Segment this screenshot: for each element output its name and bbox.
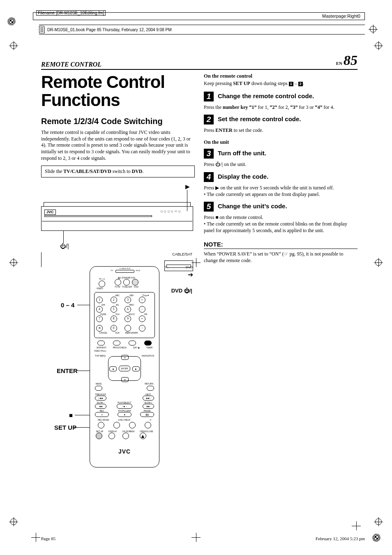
step-number: 4 (204, 172, 214, 182)
power-icon: ⏻/| (60, 243, 69, 249)
printer-mark-star (372, 534, 380, 542)
switch-mini: CABLE/SAT TVDVD (115, 269, 134, 274)
printer-mark-crosshair (374, 258, 383, 267)
step-4-body: Press ▶ on the unit for over 5 seconds w… (204, 184, 357, 198)
callout-line (63, 231, 64, 243)
remote-body: CABLE/SAT TVDVD TV ◁× ⏻/| STANDBY/ON TV … (90, 266, 159, 467)
callout-enter: ENTER (57, 367, 78, 374)
step-number: 1 (204, 92, 214, 101)
play-icon: ▶ (185, 183, 190, 190)
instruction-box: Slide the TV/CABLE/SAT/DVD switch to DVD… (41, 166, 195, 177)
switch-enlarged: TV DVD (164, 260, 193, 271)
arrow-icon: ➔ (188, 271, 193, 279)
step-2-body: Press ENTER to set the code. (204, 127, 357, 134)
lang-label: EN (336, 61, 342, 66)
page-title: Remote Control Functions (41, 73, 195, 109)
masterpage-label: Masterpage:Right0 (322, 14, 360, 19)
footer-date: February 12, 2004 5:23 pm (316, 536, 365, 541)
callout-dvd-power: DVD ⏻/| (171, 288, 192, 294)
callout-cablesat: CABLE/SAT (172, 252, 192, 256)
nav-pad: ▲ ▼ ◀ ▶ ENTER (108, 356, 141, 381)
callout-number-range: 0 – 4 (61, 302, 74, 309)
right-column: On the remote control Keep pressing SET … (204, 73, 357, 474)
step-title: Set the remote control code. (218, 115, 301, 122)
step-number: 3 (204, 149, 214, 159)
step-4: 4 Display the code. (204, 172, 357, 182)
page-number: 85 (344, 53, 357, 68)
page-icon (39, 26, 45, 33)
filename-label: Filename [DR-M10SE_10Editing.fm] (36, 10, 106, 16)
step-number: 5 (204, 202, 214, 212)
section-title: REMOTE CONTROL (41, 61, 101, 68)
step-title: Turn off the unit. (218, 149, 266, 157)
unit-indicators: ◻ ◻ ◻ ◻ ▭ ◻ (161, 210, 181, 212)
note-body: When “POWER SAVE” is set to “ON” (☞ pg. … (204, 251, 357, 264)
intro-paragraph: The remote control is capable of control… (41, 129, 195, 161)
unit-diagram: ▶ JVC ◻ ◻ ◻ ◻ ▭ ◻ ⏻/| (41, 183, 193, 249)
on-unit-heading: On the unit (204, 139, 357, 145)
printer-mark-star (7, 17, 16, 25)
callout-setup: SET UP (54, 424, 76, 431)
step-1-body: Press the number key “1” for 1, “2” for … (204, 104, 357, 111)
step-5-body: Press ■ on the remote control. The code … (204, 214, 357, 234)
printer-mark-crosshair (9, 41, 18, 50)
remote-diagram: 0 – 4 ENTER ■ SET UP DVD ⏻/| CABLE/SAT T… (41, 252, 193, 474)
callout-line (41, 252, 42, 267)
step-3-body: Press ⏻/| on the unit. (204, 161, 357, 168)
left-column: Remote Control Functions Remote 1/2/3/4 … (41, 73, 195, 474)
step-title: Change the unit’s code. (218, 202, 287, 210)
step-title: Change the remote control code. (218, 92, 314, 99)
callout-stop: ■ (69, 412, 73, 419)
step-5: 5 Change the unit’s code. (204, 202, 357, 212)
jvc-logo: JVC (90, 448, 159, 455)
jvc-badge: JVC (44, 210, 56, 215)
printer-mark-crosshair (31, 533, 40, 542)
subheading: Remote 1/2/3/4 Code Switching (41, 117, 195, 126)
header-bar: Filename [DR-M10SE_10Editing.fm] Masterp… (33, 12, 365, 20)
printer-mark-crosshair (9, 517, 18, 526)
step-1: 1 Change the remote control code. (204, 92, 357, 101)
book-line-text: DR-M10SE_01.book Page 85 Thursday, Febru… (47, 28, 172, 32)
book-info-line: DR-M10SE_01.book Page 85 Thursday, Febru… (39, 25, 365, 35)
printer-mark-crosshair (9, 258, 18, 267)
on-remote-heading: On the remote control (204, 73, 357, 79)
printer-mark-crosshair (374, 517, 383, 526)
note-heading: NOTE: (204, 241, 357, 248)
step-number: 2 (204, 115, 214, 124)
page-header: REMOTE CONTROL EN 85 (41, 53, 357, 70)
printer-mark-crosshair (369, 25, 378, 34)
step-2: 2 Set the remote control code. (204, 115, 357, 124)
footer-page: Page 85 (41, 536, 55, 541)
keep-pressing-line: Keep pressing SET UP down during steps 1… (204, 81, 357, 87)
footer: Page 85 February 12, 2004 5:23 pm (41, 536, 365, 541)
printer-mark-crosshair (374, 41, 383, 50)
step-title: Display the code. (218, 172, 268, 180)
printer-mark-crosshair (352, 521, 361, 530)
step-3: 3 Turn off the unit. (204, 149, 357, 159)
